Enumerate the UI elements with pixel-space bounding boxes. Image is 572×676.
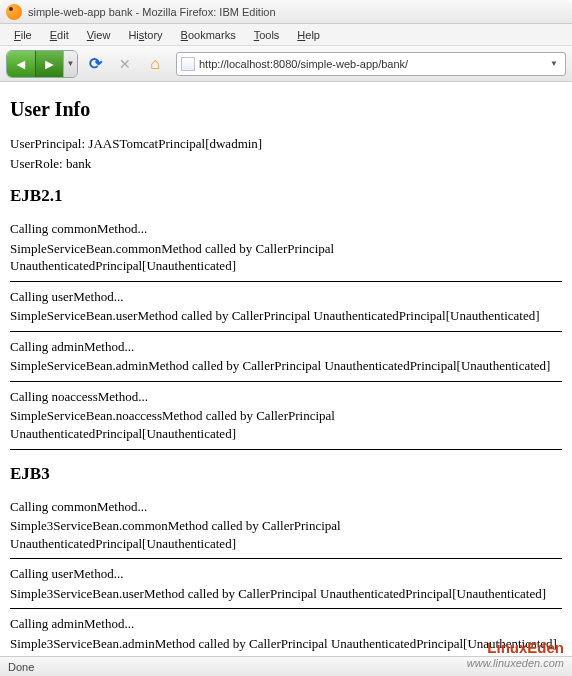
ejb21-block: Calling userMethod... SimpleServiceBean.… [10, 288, 562, 325]
toolbar: ◄ ► ▼ ⟳ ✕ ⌂ ▼ [0, 46, 572, 82]
back-arrow-icon: ◄ [14, 56, 28, 72]
menu-edit[interactable]: Edit [42, 27, 77, 43]
back-button[interactable]: ◄ [7, 51, 35, 77]
call-text: Calling userMethod... [10, 565, 562, 583]
forward-button[interactable]: ► [35, 51, 63, 77]
window-title: simple-web-app bank - Mozilla Firefox: I… [28, 6, 276, 18]
watermark: LinuxEden www.linuxeden.com [467, 639, 564, 670]
divider [10, 381, 562, 382]
watermark-brand: LinuxEden [467, 639, 564, 657]
call-text: Calling commonMethod... [10, 220, 562, 238]
ejb21-block: Calling noaccessMethod... SimpleServiceB… [10, 388, 562, 443]
call-text: Calling commonMethod... [10, 498, 562, 516]
home-icon: ⌂ [150, 55, 160, 73]
ejb21-block: Calling adminMethod... SimpleServiceBean… [10, 338, 562, 375]
menu-file[interactable]: File [6, 27, 40, 43]
divider [10, 558, 562, 559]
ejb21-heading: EJB2.1 [10, 186, 562, 206]
stop-icon: ✕ [119, 56, 131, 72]
call-text: Calling noaccessMethod... [10, 388, 562, 406]
watermark-url: www.linuxeden.com [467, 657, 564, 670]
ejb3-block: Calling commonMethod... Simple3ServiceBe… [10, 498, 562, 553]
divider [10, 331, 562, 332]
result-text: SimpleServiceBean.noaccessMethod called … [10, 407, 562, 442]
reload-button[interactable]: ⟳ [82, 51, 108, 77]
divider [10, 608, 562, 609]
menu-bookmarks[interactable]: Bookmarks [173, 27, 244, 43]
menu-history[interactable]: History [120, 27, 170, 43]
menubar: File Edit View History Bookmarks Tools H… [0, 24, 572, 46]
nav-history-dropdown[interactable]: ▼ [63, 51, 77, 77]
call-text: Calling userMethod... [10, 288, 562, 306]
divider [10, 281, 562, 282]
result-text: SimpleServiceBean.commonMethod called by… [10, 240, 562, 275]
home-button[interactable]: ⌂ [142, 51, 168, 77]
url-dropdown[interactable]: ▼ [547, 59, 561, 68]
result-text: Simple3ServiceBean.userMethod called by … [10, 585, 562, 603]
page-content: User Info UserPrincipal: JAASTomcatPrinc… [0, 82, 572, 676]
ejb3-block: Calling userMethod... Simple3ServiceBean… [10, 565, 562, 602]
call-text: Calling adminMethod... [10, 615, 562, 633]
url-input[interactable] [199, 58, 547, 70]
menu-tools[interactable]: Tools [246, 27, 288, 43]
url-bar-container: ▼ [176, 52, 566, 76]
menu-help[interactable]: Help [289, 27, 328, 43]
firefox-icon [6, 4, 22, 20]
user-role: UserRole: bank [10, 155, 562, 173]
ejb3-heading: EJB3 [10, 464, 562, 484]
user-info-heading: User Info [10, 98, 562, 121]
call-text: Calling adminMethod... [10, 338, 562, 356]
divider [10, 449, 562, 450]
ejb21-block: Calling commonMethod... SimpleServiceBea… [10, 220, 562, 275]
result-text: Simple3ServiceBean.commonMethod called b… [10, 517, 562, 552]
status-text: Done [8, 661, 34, 673]
result-text: SimpleServiceBean.userMethod called by C… [10, 307, 562, 325]
titlebar: simple-web-app bank - Mozilla Firefox: I… [0, 0, 572, 24]
reload-icon: ⟳ [89, 54, 102, 73]
result-text: SimpleServiceBean.adminMethod called by … [10, 357, 562, 375]
stop-button[interactable]: ✕ [112, 51, 138, 77]
forward-arrow-icon: ► [43, 56, 57, 72]
user-principal: UserPrincipal: JAASTomcatPrincipal[dwadm… [10, 135, 562, 153]
page-icon [181, 57, 195, 71]
nav-buttons: ◄ ► ▼ [6, 50, 78, 78]
menu-view[interactable]: View [79, 27, 119, 43]
